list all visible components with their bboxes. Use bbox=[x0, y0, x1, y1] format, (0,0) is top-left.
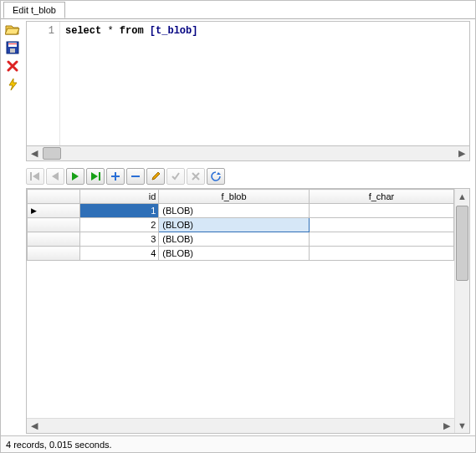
app-root: Edit t_blob bbox=[0, 0, 476, 453]
record-nav-toolbar bbox=[26, 166, 470, 188]
grid-empty-area bbox=[27, 261, 454, 418]
cell-fblob[interactable]: (BLOB) bbox=[159, 232, 310, 247]
sql-keyword: select bbox=[65, 25, 101, 37]
svg-marker-5 bbox=[33, 172, 39, 181]
sql-text bbox=[144, 25, 150, 37]
grid-hscrollbar[interactable]: ◀ ▶ bbox=[27, 418, 454, 433]
table-row[interactable]: 4(BLOB) bbox=[28, 247, 454, 261]
nav-next-button[interactable] bbox=[66, 168, 84, 185]
side-toolbar bbox=[1, 19, 24, 435]
main-column: 1 select * from [t_blob] ◀ ▶ bbox=[24, 19, 475, 435]
remove-record-button[interactable] bbox=[126, 168, 145, 185]
row-marker[interactable]: ▶ bbox=[28, 204, 80, 218]
grid-vscrollbar[interactable]: ▲ ▼ bbox=[454, 189, 469, 433]
svg-rect-9 bbox=[99, 172, 100, 181]
cell-id[interactable]: 1 bbox=[79, 204, 158, 218]
cell-id[interactable]: 4 bbox=[79, 247, 158, 261]
scroll-track[interactable] bbox=[42, 146, 454, 160]
scroll-down-icon[interactable]: ▼ bbox=[455, 418, 469, 433]
nav-last-button[interactable] bbox=[86, 168, 105, 185]
save-icon[interactable] bbox=[5, 41, 20, 54]
scroll-up-icon[interactable]: ▲ bbox=[455, 189, 469, 204]
table-header-row: id f_blob f_char bbox=[28, 190, 454, 204]
tab-edit-table[interactable]: Edit t_blob bbox=[3, 2, 65, 18]
refresh-button[interactable] bbox=[207, 168, 225, 185]
scroll-thumb[interactable] bbox=[456, 206, 468, 281]
cell-fchar[interactable] bbox=[309, 218, 453, 232]
sql-text: * bbox=[101, 25, 120, 37]
sql-keyword: from bbox=[120, 25, 144, 37]
line-number: 1 bbox=[49, 25, 54, 37]
editor-gutter: 1 bbox=[27, 22, 60, 145]
status-text: 4 records, 0.015 seconds. bbox=[6, 440, 112, 450]
edit-record-button[interactable] bbox=[146, 168, 165, 185]
commit-button[interactable] bbox=[166, 168, 185, 185]
work-area: 1 select * from [t_blob] ◀ ▶ bbox=[1, 19, 475, 435]
table-row[interactable]: 2(BLOB) bbox=[28, 218, 454, 232]
nav-first-button[interactable] bbox=[26, 168, 44, 185]
scroll-track[interactable] bbox=[455, 204, 469, 418]
cancel-button[interactable] bbox=[187, 168, 205, 185]
open-icon[interactable] bbox=[5, 23, 20, 36]
cell-fchar[interactable] bbox=[309, 247, 453, 261]
cell-fblob[interactable]: (BLOB) bbox=[159, 218, 310, 232]
table-row[interactable]: ▶1(BLOB) bbox=[28, 204, 454, 218]
status-bar: 4 records, 0.015 seconds. bbox=[1, 435, 475, 452]
row-header-col[interactable] bbox=[28, 190, 80, 204]
row-marker[interactable] bbox=[28, 247, 80, 261]
delete-icon[interactable] bbox=[5, 59, 20, 73]
table-row[interactable]: 3(BLOB) bbox=[28, 232, 454, 247]
scroll-right-icon[interactable]: ▶ bbox=[454, 146, 469, 160]
data-grid[interactable]: id f_blob f_char ▶1(BLOB)2(BLOB)3(BLOB)4… bbox=[27, 189, 454, 261]
svg-marker-7 bbox=[72, 172, 79, 181]
data-grid-panel: id f_blob f_char ▶1(BLOB)2(BLOB)3(BLOB)4… bbox=[26, 188, 470, 434]
column-header-fblob[interactable]: f_blob bbox=[159, 190, 310, 204]
scroll-track[interactable] bbox=[42, 419, 439, 433]
cell-fchar[interactable] bbox=[309, 232, 453, 247]
scroll-right-icon[interactable]: ▶ bbox=[439, 419, 454, 433]
tab-bar: Edit t_blob bbox=[1, 1, 475, 19]
nav-prev-button[interactable] bbox=[46, 168, 64, 185]
cell-fblob[interactable]: (BLOB) bbox=[159, 204, 310, 218]
cell-id[interactable]: 3 bbox=[79, 232, 158, 247]
data-grid-body: id f_blob f_char ▶1(BLOB)2(BLOB)3(BLOB)4… bbox=[27, 189, 454, 433]
cell-fchar[interactable] bbox=[309, 204, 453, 218]
svg-marker-13 bbox=[217, 172, 221, 175]
svg-rect-2 bbox=[10, 48, 15, 53]
scroll-left-icon[interactable]: ◀ bbox=[27, 419, 42, 433]
svg-rect-3 bbox=[8, 43, 17, 44]
scroll-left-icon[interactable]: ◀ bbox=[27, 146, 42, 160]
editor-hscrollbar[interactable]: ◀ ▶ bbox=[26, 146, 470, 161]
svg-rect-1 bbox=[8, 43, 17, 47]
editor-code[interactable]: select * from [t_blob] bbox=[60, 22, 469, 145]
column-header-id[interactable]: id bbox=[79, 190, 158, 204]
add-record-button[interactable] bbox=[106, 168, 125, 185]
svg-marker-6 bbox=[52, 172, 59, 181]
row-marker[interactable] bbox=[28, 218, 80, 232]
run-icon[interactable] bbox=[5, 78, 20, 91]
sql-editor[interactable]: 1 select * from [t_blob] bbox=[26, 21, 470, 146]
svg-rect-12 bbox=[131, 176, 140, 177]
cell-id[interactable]: 2 bbox=[79, 218, 158, 232]
svg-rect-4 bbox=[30, 172, 32, 181]
row-marker[interactable] bbox=[28, 232, 80, 247]
svg-rect-11 bbox=[111, 176, 120, 177]
cell-fblob[interactable]: (BLOB) bbox=[159, 247, 310, 261]
scroll-thumb[interactable] bbox=[43, 147, 61, 160]
svg-marker-8 bbox=[91, 172, 98, 181]
sql-identifier: [t_blob] bbox=[150, 25, 198, 37]
column-header-fchar[interactable]: f_char bbox=[309, 190, 453, 204]
